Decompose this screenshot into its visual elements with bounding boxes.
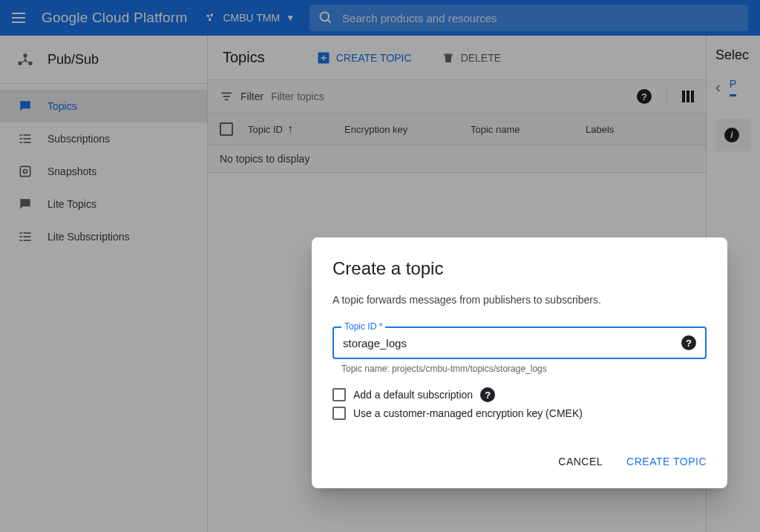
modal-overlay: Create a topic A topic forwards messages… xyxy=(0,0,760,532)
dialog-description: A topic forwards messages from publisher… xyxy=(332,294,707,306)
field-label: Topic ID * xyxy=(341,321,385,332)
checkbox[interactable] xyxy=(332,407,346,420)
helper-text: Topic name: projects/cmbu-tmm/topics/sto… xyxy=(341,364,707,374)
help-icon[interactable]: ? xyxy=(681,335,696,350)
create-topic-confirm-button[interactable]: CREATE TOPIC xyxy=(626,456,707,467)
topic-id-field[interactable]: Topic ID * ? xyxy=(332,326,707,359)
dialog-title: Create a topic xyxy=(332,258,707,279)
default-subscription-checkbox-row[interactable]: Add a default subscription ? xyxy=(332,387,707,402)
topic-id-input[interactable] xyxy=(343,337,681,349)
cmek-checkbox-row[interactable]: Use a customer-managed encryption key (C… xyxy=(332,407,707,420)
help-icon[interactable]: ? xyxy=(480,387,495,402)
cancel-button[interactable]: CANCEL xyxy=(558,456,603,467)
create-topic-dialog: Create a topic A topic forwards messages… xyxy=(312,237,727,488)
checkbox[interactable] xyxy=(332,388,346,401)
